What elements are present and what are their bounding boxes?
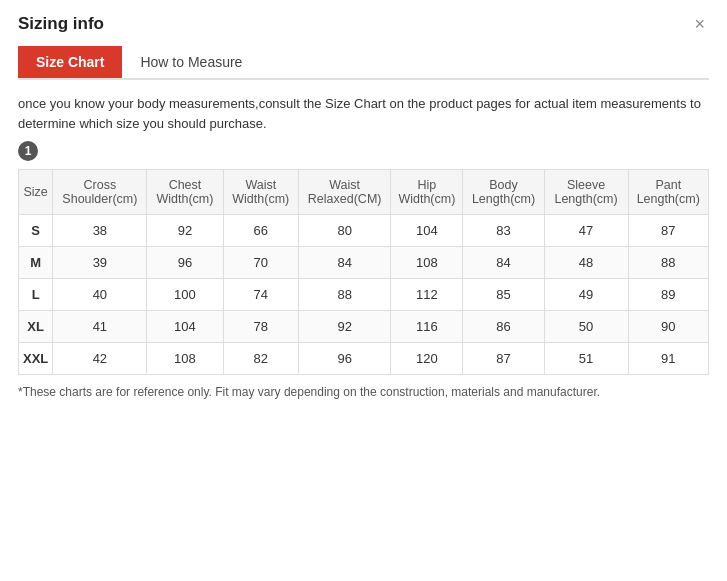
cell-0-7: 47	[544, 215, 628, 247]
cell-3-8: 90	[628, 311, 708, 343]
cell-4-6: 87	[463, 343, 544, 375]
cell-1-1: 39	[53, 247, 147, 279]
table-row: XL411047892116865090	[19, 311, 709, 343]
col-header-1: Cross Shoulder(cm)	[53, 170, 147, 215]
cell-0-1: 38	[53, 215, 147, 247]
size-label: XXL	[19, 343, 53, 375]
cell-2-7: 49	[544, 279, 628, 311]
table-row: L401007488112854989	[19, 279, 709, 311]
step-number: 1	[18, 141, 38, 161]
sizing-info-modal: Sizing info × Size Chart How to Measure …	[0, 0, 727, 581]
cell-1-4: 84	[299, 247, 391, 279]
cell-0-6: 83	[463, 215, 544, 247]
cell-1-8: 88	[628, 247, 708, 279]
table-body: S38926680104834787M39967084108844888L401…	[19, 215, 709, 375]
col-header-5: Hip Width(cm)	[391, 170, 463, 215]
description-text: once you know your body measurements,con…	[18, 94, 709, 133]
modal-title: Sizing info	[18, 14, 104, 34]
tab-size-chart[interactable]: Size Chart	[18, 46, 122, 78]
col-header-0: Size	[19, 170, 53, 215]
modal-header: Sizing info ×	[0, 0, 727, 34]
col-header-6: Body Length(cm)	[463, 170, 544, 215]
cell-2-4: 88	[299, 279, 391, 311]
size-label: L	[19, 279, 53, 311]
modal-body: once you know your body measurements,con…	[0, 80, 727, 409]
cell-3-1: 41	[53, 311, 147, 343]
col-header-3: Waist Width(cm)	[223, 170, 299, 215]
cell-1-3: 70	[223, 247, 299, 279]
size-label: S	[19, 215, 53, 247]
cell-2-1: 40	[53, 279, 147, 311]
cell-0-8: 87	[628, 215, 708, 247]
cell-4-4: 96	[299, 343, 391, 375]
cell-4-8: 91	[628, 343, 708, 375]
footnote-text: *These charts are for reference only. Fi…	[18, 385, 709, 399]
cell-2-8: 89	[628, 279, 708, 311]
cell-0-5: 104	[391, 215, 463, 247]
cell-2-3: 74	[223, 279, 299, 311]
size-chart-table: SizeCross Shoulder(cm)Chest Width(cm)Wai…	[18, 169, 709, 375]
table-row: XXL421088296120875191	[19, 343, 709, 375]
table-header-row: SizeCross Shoulder(cm)Chest Width(cm)Wai…	[19, 170, 709, 215]
cell-3-4: 92	[299, 311, 391, 343]
cell-1-2: 96	[147, 247, 223, 279]
cell-3-6: 86	[463, 311, 544, 343]
size-label: M	[19, 247, 53, 279]
cell-0-2: 92	[147, 215, 223, 247]
table-row: S38926680104834787	[19, 215, 709, 247]
cell-1-6: 84	[463, 247, 544, 279]
table-row: M39967084108844888	[19, 247, 709, 279]
cell-3-5: 116	[391, 311, 463, 343]
cell-0-3: 66	[223, 215, 299, 247]
cell-1-5: 108	[391, 247, 463, 279]
cell-4-5: 120	[391, 343, 463, 375]
cell-0-4: 80	[299, 215, 391, 247]
size-label: XL	[19, 311, 53, 343]
cell-4-7: 51	[544, 343, 628, 375]
cell-4-3: 82	[223, 343, 299, 375]
cell-2-6: 85	[463, 279, 544, 311]
tab-how-to-measure[interactable]: How to Measure	[122, 46, 260, 78]
cell-2-2: 100	[147, 279, 223, 311]
col-header-4: Waist Relaxed(CM)	[299, 170, 391, 215]
cell-4-2: 108	[147, 343, 223, 375]
cell-3-7: 50	[544, 311, 628, 343]
cell-4-1: 42	[53, 343, 147, 375]
cell-3-3: 78	[223, 311, 299, 343]
cell-3-2: 104	[147, 311, 223, 343]
col-header-8: Pant Length(cm)	[628, 170, 708, 215]
close-button[interactable]: ×	[690, 15, 709, 33]
col-header-2: Chest Width(cm)	[147, 170, 223, 215]
col-header-7: Sleeve Length(cm)	[544, 170, 628, 215]
cell-1-7: 48	[544, 247, 628, 279]
cell-2-5: 112	[391, 279, 463, 311]
tab-bar: Size Chart How to Measure	[18, 46, 709, 80]
